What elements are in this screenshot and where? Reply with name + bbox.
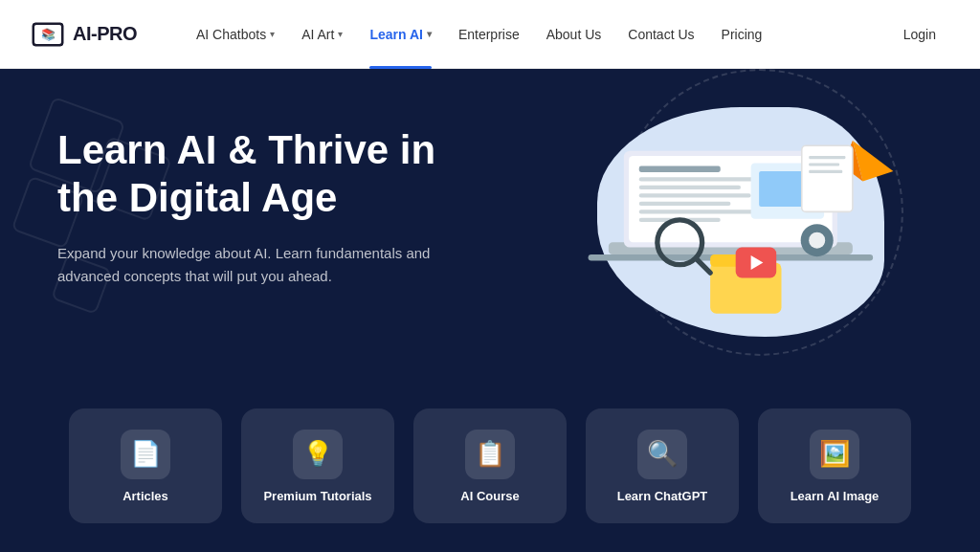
nav-item-enterprise[interactable]: Enterprise [445, 19, 533, 50]
nav-item-contact-us[interactable]: Contact Us [614, 19, 707, 50]
card-label-ai-course: AI Course [460, 489, 519, 503]
nav-label: Learn AI [369, 27, 423, 42]
svg-rect-7 [639, 166, 721, 172]
card-label-articles: Articles [122, 489, 168, 503]
card-label-learn-ai-image: Learn AI Image [791, 489, 880, 503]
svg-rect-29 [809, 170, 842, 173]
card-premium-tutorials[interactable]: 💡 Premium Tutorials [241, 408, 394, 523]
nav-label: Pricing [722, 27, 763, 42]
nav-item-pricing[interactable]: Pricing [708, 19, 776, 50]
nav-label: AI Chatbots [196, 27, 266, 42]
logo-icon: 📚 [31, 17, 65, 52]
hero-illustration [578, 88, 903, 356]
hero-svg-illustration [578, 88, 903, 356]
logo[interactable]: 📚 AI-PRO [31, 17, 137, 52]
nav-label: Contact Us [628, 27, 694, 42]
hero-subtitle: Expand your knowledge about AI. Learn fu… [57, 242, 459, 288]
learn-ai-image-icon: 🖼️ [810, 430, 859, 479]
chevron-down-icon: ▾ [427, 29, 432, 39]
premium-tutorials-icon: 💡 [293, 430, 343, 479]
svg-rect-9 [639, 186, 741, 189]
cards-row: 📄 Articles 💡 Premium Tutorials 📋 AI Cour… [0, 408, 980, 552]
svg-rect-28 [809, 163, 839, 166]
chevron-down-icon: ▾ [270, 29, 275, 39]
hero-content: Learn AI & Thrive in the Digital Age Exp… [0, 126, 539, 288]
svg-rect-12 [639, 210, 762, 213]
card-articles[interactable]: 📄 Articles [69, 408, 222, 523]
chevron-down-icon: ▾ [338, 29, 343, 39]
learn-chatgpt-icon: 🔍 [637, 430, 687, 479]
nav-item-learn-ai[interactable]: Learn AI ▾ [356, 19, 445, 50]
card-ai-course[interactable]: 📋 AI Course [413, 408, 567, 523]
nav-item-about-us[interactable]: About Us [533, 19, 615, 50]
svg-rect-26 [802, 145, 853, 211]
nav-item-ai-chatbots[interactable]: AI Chatbots ▾ [183, 19, 288, 50]
svg-rect-27 [809, 156, 845, 159]
svg-point-23 [809, 232, 825, 249]
svg-text:📚: 📚 [41, 27, 56, 41]
svg-rect-11 [639, 202, 731, 206]
card-learn-ai-image[interactable]: 🖼️ Learn AI Image [758, 408, 911, 523]
nav-item-ai-art[interactable]: AI Art ▾ [288, 19, 356, 50]
svg-line-19 [696, 258, 710, 273]
nav-label: AI Art [301, 27, 334, 42]
nav-label: Enterprise [458, 27, 520, 42]
hero-section: Learn AI & Thrive in the Digital Age Exp… [0, 69, 980, 552]
logo-text: AI-PRO [73, 23, 137, 45]
hero-title: Learn AI & Thrive in the Digital Age [57, 126, 481, 223]
card-label-learn-chatgpt: Learn ChatGPT [617, 489, 708, 503]
articles-icon: 📄 [121, 430, 170, 479]
nav-label: About Us [546, 27, 602, 42]
card-learn-chatgpt[interactable]: 🔍 Learn ChatGPT [586, 408, 739, 523]
nav-login-button[interactable]: Login [890, 19, 949, 50]
svg-rect-10 [639, 193, 751, 197]
svg-rect-8 [639, 177, 762, 181]
navbar: 📚 AI-PRO AI Chatbots ▾ AI Art ▾ Learn AI… [0, 0, 980, 69]
card-label-premium-tutorials: Premium Tutorials [263, 489, 371, 503]
ai-course-icon: 📋 [465, 430, 515, 479]
nav-links: AI Chatbots ▾ AI Art ▾ Learn AI ▾ Enterp… [183, 19, 890, 50]
